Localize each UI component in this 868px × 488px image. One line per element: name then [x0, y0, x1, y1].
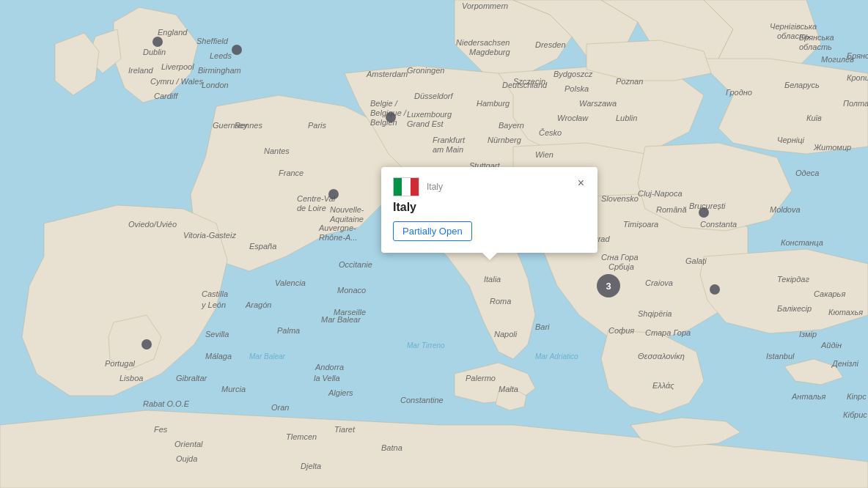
- marker-balkans-cluster[interactable]: 3: [597, 274, 620, 297]
- svg-text:Castilla: Castilla: [202, 289, 228, 298]
- svg-text:Aragón: Aragón: [245, 300, 271, 309]
- svg-text:Česko: Česko: [539, 128, 562, 137]
- svg-text:Crна Гора: Crна Гора: [601, 253, 639, 262]
- marker-greece-east[interactable]: [710, 284, 720, 295]
- flag-stripe-red: [411, 178, 419, 196]
- svg-text:Magdeburg: Magdeburg: [469, 48, 511, 56]
- svg-text:Frankfurt: Frankfurt: [433, 136, 466, 144]
- svg-text:Polska: Polska: [564, 84, 589, 93]
- svg-text:Marseille: Marseille: [334, 308, 366, 317]
- svg-text:Θεσσαλονίκη: Θεσσαλονίκη: [638, 352, 685, 361]
- svg-text:Fes: Fes: [154, 425, 168, 434]
- svg-text:область: область: [799, 42, 832, 51]
- svg-text:Palma: Palma: [277, 326, 300, 335]
- svg-text:Кіпрс: Кіпрс: [847, 392, 867, 401]
- svg-text:y León: y León: [201, 300, 226, 309]
- svg-text:Wrocław: Wrocław: [557, 114, 589, 122]
- svg-text:Ізмір: Ізмір: [799, 330, 817, 339]
- svg-text:Shqipëria: Shqipëria: [638, 309, 672, 318]
- svg-text:Текірдаг: Текірдаг: [777, 275, 809, 284]
- svg-text:Andorra: Andorra: [315, 363, 344, 371]
- svg-text:Стара Гора: Стара Гора: [645, 328, 691, 337]
- svg-text:Житомир: Житомир: [813, 143, 851, 152]
- svg-text:Гродно: Гродно: [726, 88, 752, 97]
- svg-text:Groningen: Groningen: [407, 66, 444, 75]
- svg-text:Bari: Bari: [535, 322, 550, 331]
- svg-text:Gibraltar: Gibraltar: [176, 374, 208, 382]
- popup-country-name: Italy: [393, 201, 586, 214]
- svg-text:Ελλάς: Ελλάς: [652, 381, 674, 391]
- svg-text:Lisboa: Lisboa: [119, 374, 143, 382]
- svg-text:Sheffield: Sheffield: [196, 37, 229, 45]
- svg-text:España: España: [249, 242, 276, 251]
- svg-text:Liverpool: Liverpool: [161, 62, 194, 71]
- svg-text:Djelta: Djelta: [301, 462, 321, 470]
- popup-title-row: Italy: [393, 177, 443, 196]
- svg-text:Чернігівська: Чернігівська: [770, 22, 817, 31]
- marker-luxembourg[interactable]: [386, 112, 396, 122]
- svg-text:Amsterdam: Amsterdam: [366, 70, 408, 78]
- svg-text:Aquitaine: Aquitaine: [329, 215, 364, 223]
- svg-text:Ireland: Ireland: [128, 66, 154, 75]
- svg-text:Luxembourg: Luxembourg: [407, 110, 452, 119]
- svg-text:Lublin: Lublin: [616, 114, 637, 122]
- svg-text:Констанца: Констанца: [781, 238, 823, 247]
- marker-uk[interactable]: [152, 37, 163, 47]
- svg-text:Vitoria-Gasteiz: Vitoria-Gasteiz: [183, 231, 236, 240]
- svg-text:Tlemcen: Tlemcen: [286, 432, 317, 441]
- svg-text:Napoli: Napoli: [494, 330, 518, 339]
- svg-text:Occitanie: Occitanie: [339, 260, 372, 269]
- svg-text:Hamburg: Hamburg: [477, 99, 510, 108]
- svg-text:Română: Română: [656, 205, 687, 214]
- svg-text:de Loire: de Loire: [297, 204, 326, 212]
- svg-text:Cymru / Wales: Cymru / Wales: [150, 77, 203, 86]
- marker-portugal[interactable]: [141, 339, 152, 350]
- svg-text:Monaco: Monaco: [337, 286, 366, 295]
- marker-netherlands[interactable]: [232, 45, 242, 55]
- svg-text:Vorpommern: Vorpommern: [462, 1, 508, 10]
- svg-text:Mar Adriatico: Mar Adriatico: [535, 352, 578, 361]
- svg-text:Craiova: Craiova: [645, 278, 673, 287]
- svg-text:Балікесір: Балікесір: [777, 304, 812, 313]
- svg-text:Valencia: Valencia: [275, 278, 306, 287]
- svg-text:Wien: Wien: [535, 150, 553, 159]
- svg-text:Birmingham: Birmingham: [198, 66, 241, 75]
- svg-text:Nantes: Nantes: [264, 147, 290, 155]
- flag-stripe-white: [402, 178, 410, 196]
- svg-text:Анталья: Анталья: [791, 392, 825, 401]
- svg-text:Брянськ: Брянськ: [847, 51, 868, 60]
- svg-text:Istanbul: Istanbul: [766, 352, 795, 361]
- svg-text:England: England: [158, 28, 188, 37]
- svg-text:Portugal: Portugal: [105, 359, 136, 368]
- svg-text:Moldova: Moldova: [770, 205, 801, 214]
- flag-stripe-green: [394, 178, 402, 196]
- svg-text:Paris: Paris: [308, 121, 327, 130]
- svg-text:Galați: Galați: [685, 256, 707, 265]
- popup-status-button[interactable]: Partially Open: [393, 221, 472, 241]
- svg-text:Leeds: Leeds: [210, 51, 232, 60]
- svg-text:Oviedo/Uviéo: Oviedo/Uviéo: [128, 220, 177, 229]
- svg-text:la Vella: la Vella: [314, 374, 340, 382]
- svg-text:Dublin: Dublin: [143, 48, 166, 56]
- svg-text:Oujda: Oujda: [176, 454, 197, 463]
- popup-close-button[interactable]: ×: [576, 177, 586, 189]
- svg-text:Grand Est: Grand Est: [407, 119, 444, 128]
- svg-text:Malta: Malta: [499, 385, 518, 393]
- svg-text:Málaga: Málaga: [205, 352, 232, 361]
- svg-text:Sevilla: Sevilla: [205, 330, 229, 339]
- popup-country-label: Italy: [427, 182, 443, 191]
- svg-text:Belgie /: Belgie /: [370, 99, 398, 108]
- country-flag: [393, 177, 419, 196]
- svg-text:Айдін: Айдін: [820, 341, 842, 350]
- svg-text:Warszawa: Warszawa: [579, 99, 617, 108]
- svg-text:London: London: [202, 81, 229, 89]
- svg-text:Murcia: Murcia: [221, 385, 246, 393]
- map-container[interactable]: .water { fill: #a8d4e6; } .land { fill: …: [0, 0, 868, 488]
- svg-text:Constanta: Constanta: [700, 220, 737, 229]
- svg-text:Bydgoszcz: Bydgoszcz: [553, 70, 593, 78]
- svg-text:Batna: Batna: [381, 443, 402, 452]
- svg-text:am Main: am Main: [433, 145, 463, 154]
- marker-romania[interactable]: [699, 207, 709, 218]
- svg-text:Niedersachsen: Niedersachsen: [456, 38, 510, 47]
- marker-france[interactable]: [328, 189, 339, 199]
